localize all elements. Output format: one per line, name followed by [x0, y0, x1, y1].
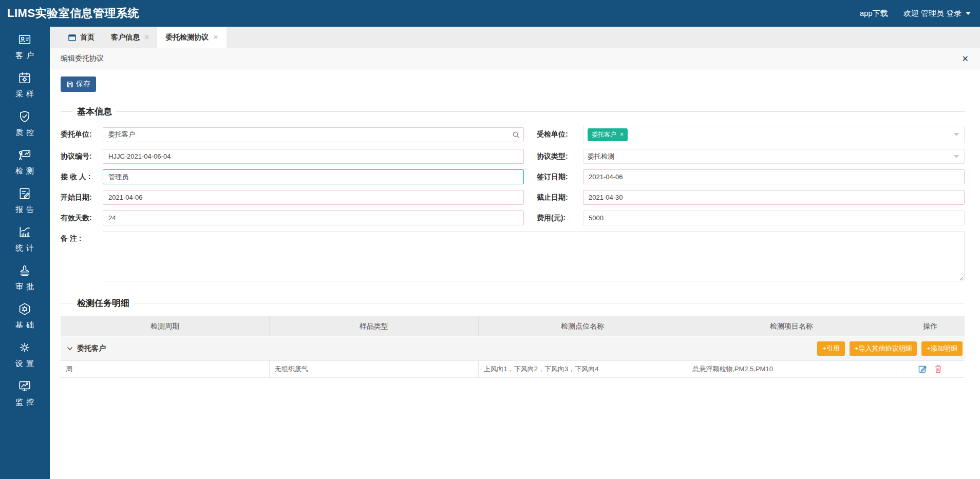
fee-input[interactable]: [583, 210, 965, 225]
sidebar-item-approval[interactable]: 审 批: [15, 264, 34, 292]
receiver-input[interactable]: [103, 169, 524, 184]
agreement-type-select[interactable]: 委托检测: [583, 149, 965, 164]
sign-date-input[interactable]: [583, 169, 965, 184]
sidebar-item-basic[interactable]: 基 础: [15, 302, 34, 330]
column-header-point-names: 检测点位名称: [478, 316, 687, 337]
valid-days-input[interactable]: [103, 210, 524, 225]
sidebar: 客 户 采 样 质 控 检 测 报 告 统 计 审 批 基 础: [0, 27, 50, 479]
sidebar-item-label: 客 户: [15, 51, 34, 61]
app-title: LIMS实验室信息管理系统: [7, 6, 139, 21]
sidebar-item-report[interactable]: 报 告: [15, 187, 34, 215]
column-header-sample-type: 样品类型: [270, 316, 479, 337]
tab-label: 委托检测协议: [165, 33, 209, 42]
agreement-no-input[interactable]: [103, 149, 524, 164]
add-detail-button[interactable]: +添加明细: [921, 341, 963, 356]
sidebar-item-quality[interactable]: 质 控: [15, 110, 34, 138]
home-window-icon: [68, 34, 76, 41]
end-date-field: [583, 190, 965, 205]
tab-delegate-agreement[interactable]: 委托检测协议 ×: [157, 27, 226, 48]
top-header: LIMS实验室信息管理系统 app下载 欢迎 管理员 登录: [0, 0, 980, 27]
section-basic-info: 基本信息: [61, 106, 965, 118]
cell-cycle: 周: [61, 360, 270, 377]
valid-days-label: 有效天数:: [61, 214, 103, 223]
sampling-calendar-icon: [18, 71, 31, 87]
agreement-type-label: 协议类型:: [537, 152, 583, 161]
caret-down-icon: [966, 12, 971, 17]
table-header-row: 检测周期 样品类型 检测点位名称 检测项目名称 操作: [61, 316, 965, 337]
end-date-label: 截止日期:: [537, 193, 583, 202]
valid-days-field: [103, 210, 524, 225]
dropdown-arrow-icon: [954, 155, 959, 161]
tab-bar: 首页 客户信息 × 委托检测协议 ×: [50, 27, 980, 48]
inspected-unit-select[interactable]: 委托客户 ×: [583, 126, 965, 143]
user-menu[interactable]: 欢迎 管理员 登录: [903, 9, 971, 18]
cell-point-names: 上风向1，下风向2，下风向3，下风向4: [478, 360, 687, 377]
client-unit-input[interactable]: [103, 127, 524, 142]
fee-field: [583, 210, 965, 225]
basic-data-icon: [18, 302, 31, 318]
group-toggle[interactable]: 委托客户: [67, 344, 106, 353]
sidebar-item-label: 质 控: [15, 128, 34, 138]
sidebar-item-label: 设 置: [15, 359, 34, 369]
cell-operations: [896, 360, 965, 377]
sidebar-item-customer[interactable]: 客 户: [15, 33, 34, 61]
panel-header: 编辑委托协议 ✕: [50, 48, 980, 69]
app-download-link[interactable]: app下载: [860, 9, 888, 18]
group-row: 委托客户 +引用 +导入其他协议明细 +添加明细: [61, 337, 965, 360]
sidebar-item-label: 审 批: [15, 282, 34, 292]
tab-label: 首页: [80, 33, 95, 42]
tab-close-icon[interactable]: ×: [144, 33, 149, 42]
sign-date-field: [583, 169, 965, 184]
customer-card-icon: [18, 33, 31, 48]
group-name: 委托客户: [77, 344, 106, 353]
save-button[interactable]: 保存: [61, 76, 96, 92]
report-edit-icon: [18, 187, 31, 202]
column-header-cycle: 检测周期: [61, 316, 270, 337]
end-date-input[interactable]: [583, 190, 965, 205]
receiver-label: 接 收 人 :: [61, 173, 103, 182]
delete-icon[interactable]: [934, 365, 943, 373]
start-date-label: 开始日期:: [61, 193, 103, 202]
monitoring-screen-icon: [18, 379, 31, 395]
import-other-agreement-button[interactable]: +导入其他协议明细: [850, 341, 917, 356]
sidebar-item-statistics[interactable]: 统 计: [15, 225, 34, 253]
floppy-icon: [66, 81, 74, 88]
testing-monitor-icon: [18, 148, 31, 164]
panel-close-icon[interactable]: ✕: [962, 54, 969, 64]
task-detail-table: 检测周期 样品类型 检测点位名称 检测项目名称 操作 委托客: [61, 316, 965, 378]
settings-gear-icon: [18, 341, 31, 356]
tab-label: 客户信息: [111, 33, 140, 42]
sign-date-label: 签订日期:: [537, 173, 583, 182]
sidebar-item-label: 检 测: [15, 166, 34, 176]
tab-customer-info[interactable]: 客户信息 ×: [103, 27, 157, 48]
remark-label: 备 注 :: [61, 234, 103, 243]
column-header-operations: 操作: [896, 316, 965, 337]
agreement-no-label: 协议编号:: [61, 152, 103, 161]
agreement-no-field: [103, 149, 524, 164]
sidebar-item-monitoring[interactable]: 监 控: [15, 379, 34, 407]
start-date-field: [103, 190, 524, 205]
quality-shield-icon: [18, 110, 31, 125]
fee-label: 费用(元):: [537, 214, 583, 223]
tab-close-icon[interactable]: ×: [213, 33, 218, 42]
tag-remove-icon[interactable]: ×: [620, 131, 624, 138]
main-area: 首页 客户信息 × 委托检测协议 × 编辑委托协议 ✕ 保存 基本信息: [50, 27, 980, 479]
receiver-field: [103, 169, 524, 184]
sidebar-item-label: 基 础: [15, 320, 34, 330]
edit-icon[interactable]: [918, 365, 927, 373]
sidebar-item-testing[interactable]: 检 测: [15, 148, 34, 176]
sidebar-item-label: 统 计: [15, 243, 34, 253]
edit-agreement-form: 保存 基本信息 委托单位: 受检单位: 委托客户 ×: [50, 69, 980, 479]
start-date-input[interactable]: [103, 190, 524, 205]
tab-home[interactable]: 首页: [60, 27, 103, 48]
dropdown-arrow-icon: [954, 133, 959, 139]
statistics-chart-icon: [18, 225, 31, 241]
quote-button[interactable]: +引用: [817, 341, 845, 356]
remark-textarea[interactable]: [103, 231, 965, 281]
cell-sample-type: 无组织废气: [270, 360, 479, 377]
sidebar-item-label: 报 告: [15, 205, 34, 215]
search-icon[interactable]: [512, 131, 520, 139]
sidebar-item-settings[interactable]: 设 置: [15, 341, 34, 369]
sidebar-item-sampling[interactable]: 采 样: [15, 71, 34, 99]
section-task-detail: 检测任务明细: [61, 297, 965, 309]
